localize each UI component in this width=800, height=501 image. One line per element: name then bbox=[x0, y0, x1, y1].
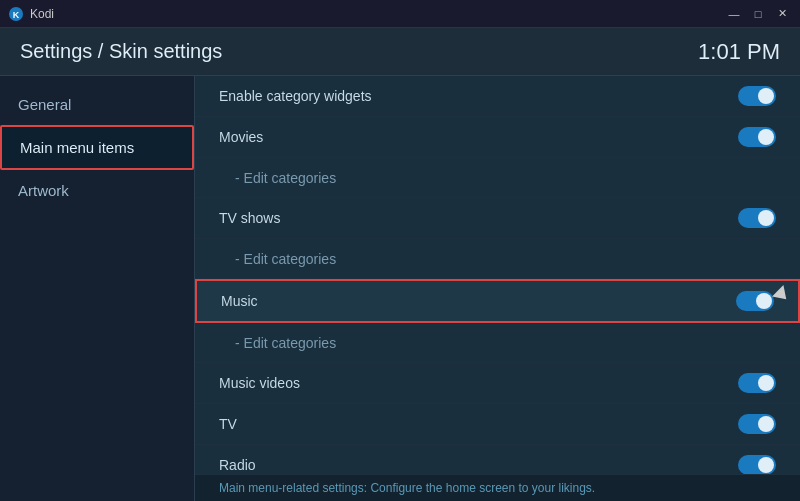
row-label-movies: Movies bbox=[219, 129, 263, 145]
row-label-edit-categories-3: - Edit categories bbox=[235, 335, 336, 351]
toggle-tv[interactable] bbox=[738, 414, 776, 434]
toggle-knob-enable-category-widgets bbox=[758, 88, 774, 104]
settings-row-edit-categories-1: - Edit categories bbox=[195, 158, 800, 198]
title-bar: K Kodi — □ ✕ bbox=[0, 0, 800, 28]
settings-row-edit-categories-2: - Edit categories bbox=[195, 239, 800, 279]
toggle-knob-tv bbox=[758, 416, 774, 432]
main-layout: GeneralMain menu itemsArtwork Enable cat… bbox=[0, 76, 800, 501]
row-label-music: Music bbox=[221, 293, 258, 309]
svg-text:K: K bbox=[13, 10, 20, 20]
settings-row-tv-shows[interactable]: TV shows bbox=[195, 198, 800, 239]
toggle-movies[interactable] bbox=[738, 127, 776, 147]
sidebar-item-main-menu-items[interactable]: Main menu items bbox=[0, 125, 194, 170]
settings-row-movies[interactable]: Movies bbox=[195, 117, 800, 158]
toggle-knob-music bbox=[756, 293, 772, 309]
toggle-knob-radio bbox=[758, 457, 774, 473]
app-title: Kodi bbox=[30, 7, 54, 21]
settings-row-enable-category-widgets[interactable]: Enable category widgets bbox=[195, 76, 800, 117]
settings-content: Enable category widgetsMovies- Edit cate… bbox=[195, 76, 800, 501]
row-label-edit-categories-2: - Edit categories bbox=[235, 251, 336, 267]
clock: 1:01 PM bbox=[698, 39, 780, 65]
page-title: Settings / Skin settings bbox=[20, 40, 222, 63]
footer-hint: Main menu-related settings: Configure th… bbox=[195, 474, 800, 501]
maximize-button[interactable]: □ bbox=[748, 6, 768, 22]
toggle-enable-category-widgets[interactable] bbox=[738, 86, 776, 106]
row-label-music-videos: Music videos bbox=[219, 375, 300, 391]
toggle-knob-music-videos bbox=[758, 375, 774, 391]
sidebar-item-general[interactable]: General bbox=[0, 84, 194, 125]
settings-row-tv[interactable]: TV bbox=[195, 404, 800, 445]
title-bar-left: K Kodi bbox=[8, 6, 54, 22]
settings-row-edit-categories-3: - Edit categories bbox=[195, 323, 800, 363]
minimize-button[interactable]: — bbox=[724, 6, 744, 22]
toggle-music[interactable] bbox=[736, 291, 774, 311]
toggle-tv-shows[interactable] bbox=[738, 208, 776, 228]
toggle-knob-movies bbox=[758, 129, 774, 145]
row-label-radio: Radio bbox=[219, 457, 256, 473]
toggle-knob-tv-shows bbox=[758, 210, 774, 226]
sidebar: GeneralMain menu itemsArtwork bbox=[0, 76, 195, 501]
sidebar-item-artwork[interactable]: Artwork bbox=[0, 170, 194, 211]
row-label-tv: TV bbox=[219, 416, 237, 432]
kodi-logo-icon: K bbox=[8, 6, 24, 22]
settings-row-music-videos[interactable]: Music videos bbox=[195, 363, 800, 404]
settings-row-music[interactable]: Music bbox=[195, 279, 800, 323]
window-controls: — □ ✕ bbox=[724, 6, 792, 22]
row-label-enable-category-widgets: Enable category widgets bbox=[219, 88, 372, 104]
close-button[interactable]: ✕ bbox=[772, 6, 792, 22]
header: Settings / Skin settings 1:01 PM bbox=[0, 28, 800, 76]
toggle-music-videos[interactable] bbox=[738, 373, 776, 393]
toggle-radio[interactable] bbox=[738, 455, 776, 475]
row-label-edit-categories-1: - Edit categories bbox=[235, 170, 336, 186]
row-label-tv-shows: TV shows bbox=[219, 210, 280, 226]
